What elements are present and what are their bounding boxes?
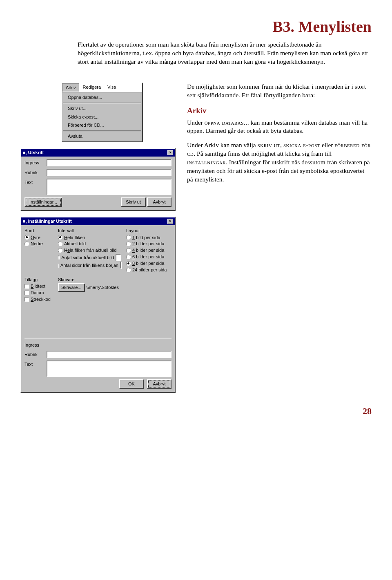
- intervall-o2-radio[interactable]: [58, 242, 62, 246]
- tillagg-streckkod-label: Streckkod: [31, 296, 51, 302]
- tillagg-streckkod-check[interactable]: [24, 297, 29, 302]
- settings-button[interactable]: Inställningar...: [24, 197, 62, 207]
- layout-24-label: 24 bilder per sida: [132, 267, 167, 273]
- settings-rubrik-label: Rubrik: [24, 351, 44, 358]
- layout-4-radio[interactable]: [126, 248, 131, 253]
- layout-1-label: 1 bild per sida: [132, 235, 160, 241]
- rubrik-label: Rubrik: [24, 169, 44, 176]
- layout-2-label: 2 bilder per sida: [132, 241, 164, 247]
- layout-group-title: Layout: [126, 228, 167, 234]
- print-settings-dialog: ■, Inställningar Utskrift × Bord Övre Ne…: [20, 217, 176, 393]
- tillagg-datum-check[interactable]: [24, 291, 29, 295]
- menu-print[interactable]: Skriv ut...: [62, 104, 142, 113]
- settings-rubrik-input[interactable]: [47, 351, 172, 358]
- skrivare-group-title: Skrivare: [58, 277, 119, 283]
- bord-nedre-radio[interactable]: [24, 242, 29, 246]
- intervall-group-title: Intervall: [58, 228, 121, 234]
- body-paragraph-3: Under Arkiv kan man välja skriv ut, skic…: [187, 141, 372, 184]
- intro-paragraph: Flertalet av de operationer som man kan …: [78, 40, 372, 66]
- bord-group-title: Bord: [24, 228, 53, 234]
- tillagg-group-title: Tillägg: [24, 277, 53, 283]
- tillagg-bildtext-check[interactable]: [24, 284, 29, 289]
- ingress-label: Ingress: [24, 159, 44, 166]
- print-dialog: ■, Utskrift × Ingress Rubrik Text Instäl…: [20, 148, 176, 211]
- skrivare-path: \\merry\Sofokles: [87, 284, 119, 291]
- intervall-o5-input[interactable]: [120, 262, 122, 269]
- settings-ingress-label: Ingress: [24, 341, 44, 348]
- intervall-o2-label: Aktuell bild: [64, 241, 86, 247]
- rubrik-input[interactable]: [47, 169, 172, 176]
- intervall-o5-radio[interactable]: [58, 263, 59, 268]
- print-button[interactable]: Skriv ut: [121, 197, 146, 207]
- settings-text-input[interactable]: [47, 361, 172, 377]
- settings-dialog-title: ■, Inställningar Utskrift: [23, 218, 72, 224]
- menu-separator: [63, 103, 141, 103]
- ingress-input[interactable]: [47, 159, 172, 166]
- layout-1-radio[interactable]: [126, 235, 131, 240]
- menu-open-database[interactable]: Öppna databas...: [62, 93, 142, 102]
- intervall-o3-radio[interactable]: [58, 248, 62, 253]
- bord-ovre-label: Övre: [31, 235, 40, 241]
- print-dialog-title: ■, Utskrift: [23, 150, 44, 156]
- intervall-o4-radio[interactable]: [58, 255, 60, 260]
- tillagg-datum-label: Datum: [31, 290, 44, 296]
- intervall-o1-radio[interactable]: [58, 235, 62, 240]
- close-icon[interactable]: ×: [167, 219, 173, 224]
- arkiv-heading: Arkiv: [187, 105, 372, 116]
- layout-6-label: 6 bilder per sida: [132, 254, 164, 260]
- bord-ovre-radio[interactable]: [24, 235, 29, 240]
- arkiv-menu: Arkiv Redigera Visa Öppna databas... Skr…: [61, 83, 143, 142]
- text-input[interactable]: [47, 179, 172, 195]
- layout-4-label: 4 bilder per sida: [132, 247, 164, 253]
- tillagg-bildtext-label: Bildtext: [31, 283, 45, 289]
- menubar: Arkiv Redigera Visa: [62, 83, 142, 92]
- layout-6-radio[interactable]: [126, 255, 131, 259]
- menubar-redigera[interactable]: Redigera: [79, 83, 104, 92]
- menu-prepare-cd[interactable]: Förbered för CD...: [62, 121, 142, 130]
- layout-2-radio[interactable]: [126, 242, 131, 246]
- settings-text-label: Text: [24, 361, 44, 367]
- menubar-visa[interactable]: Visa: [104, 83, 119, 92]
- layout-8-label: 8 bilder per sida: [132, 260, 164, 266]
- layout-8-radio[interactable]: [126, 261, 131, 266]
- close-icon[interactable]: ×: [167, 150, 173, 155]
- separator: [24, 338, 172, 339]
- intervall-o4-label: Antal sidor från aktuell bild: [61, 255, 114, 261]
- body-paragraph-1: De möjligheter som kommer fram när du kl…: [187, 83, 372, 100]
- menubar-arkiv[interactable]: Arkiv: [62, 83, 79, 92]
- body-paragraph-2: Under öppna databas... kan man bestämma …: [187, 119, 372, 136]
- text-label: Text: [24, 179, 44, 186]
- intervall-o3-label: Hela fliken från aktuell bild: [64, 247, 116, 253]
- menu-send-email[interactable]: Skicka e-post...: [62, 113, 142, 121]
- page-title: B3. Menylisten: [20, 16, 372, 37]
- skrivare-button[interactable]: Skrivare...: [58, 283, 85, 292]
- intervall-o1-label: Hela fliken: [64, 235, 85, 241]
- cancel-button[interactable]: Avbryt: [147, 197, 172, 207]
- page-number: 28: [20, 405, 372, 417]
- layout-24-radio[interactable]: [126, 268, 131, 272]
- intervall-o4-input[interactable]: [116, 254, 121, 261]
- ok-button[interactable]: OK: [119, 379, 144, 389]
- cancel-button[interactable]: Avbryt: [147, 379, 172, 389]
- bord-nedre-label: Nedre: [31, 241, 43, 247]
- menu-separator: [63, 130, 141, 131]
- intervall-o5-label: Antal sidor från flikens början: [60, 262, 118, 269]
- menu-exit[interactable]: Avsluta: [62, 132, 142, 141]
